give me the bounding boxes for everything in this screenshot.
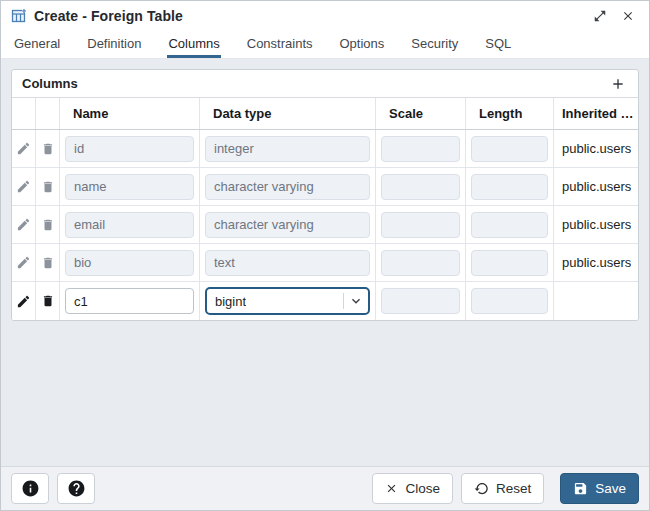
pencil-icon[interactable] [16, 141, 32, 157]
trash-icon [40, 217, 56, 233]
trash-icon [40, 179, 56, 195]
columns-panel-header: Columns [12, 70, 638, 98]
inherited-from-value: public.users [562, 179, 631, 194]
tab-general[interactable]: General [13, 31, 61, 58]
foreign-table-icon [11, 8, 27, 24]
trash-icon[interactable] [40, 293, 56, 309]
data-type-input [205, 136, 370, 162]
dialog-footer: Close Reset Save [1, 466, 649, 510]
dialog-titlebar: Create - Foreign Table [1, 1, 649, 31]
add-column-button[interactable] [608, 74, 628, 94]
length-input [471, 174, 548, 200]
column-name-input[interactable] [65, 288, 194, 314]
pencil-icon[interactable] [16, 255, 32, 271]
header-edit-column [12, 98, 36, 129]
tab-bar: GeneralDefinitionColumnsConstraintsOptio… [1, 31, 649, 59]
data-type-input [205, 250, 370, 276]
columns-panel-title: Columns [22, 76, 78, 91]
close-x-icon [385, 482, 398, 495]
create-foreign-table-dialog: Create - Foreign Table GeneralDefinition… [0, 0, 650, 511]
header-data-type: Data type [200, 98, 376, 129]
tab-sql[interactable]: SQL [484, 31, 512, 58]
header-length: Length [466, 98, 554, 129]
data-type-input [205, 212, 370, 238]
info-button[interactable] [11, 473, 49, 504]
columns-table-header: Name Data type Scale Length Inherited Fr… [12, 98, 638, 130]
column-row: bigint [12, 282, 638, 320]
dialog-content: Columns Name Data type Scale Length Inhe… [1, 59, 649, 466]
column-row: public.users [12, 244, 638, 282]
header-name: Name [60, 98, 200, 129]
scale-input [381, 288, 460, 314]
inherited-from-value: public.users [562, 217, 631, 232]
scale-input [381, 136, 460, 162]
pencil-icon[interactable] [16, 179, 32, 195]
column-name-input [65, 174, 194, 200]
column-name-input [65, 136, 194, 162]
data-type-select[interactable]: bigint [205, 287, 370, 315]
maximize-icon[interactable] [589, 5, 611, 27]
scale-input [381, 250, 460, 276]
header-inherited-from: Inherited From [554, 98, 638, 129]
length-input [471, 212, 548, 238]
tab-options[interactable]: Options [339, 31, 386, 58]
scale-input [381, 212, 460, 238]
trash-icon [40, 141, 56, 157]
length-input [471, 288, 548, 314]
header-scale: Scale [376, 98, 466, 129]
pencil-icon[interactable] [16, 293, 32, 309]
column-name-input [65, 212, 194, 238]
columns-table-body: public.users [12, 130, 638, 320]
chevron-down-icon [344, 293, 368, 309]
length-input [471, 250, 548, 276]
column-row: public.users [12, 168, 638, 206]
dialog-title: Create - Foreign Table [34, 8, 183, 24]
column-row: public.users [12, 130, 638, 168]
data-type-input [205, 174, 370, 200]
columns-panel: Columns Name Data type Scale Length Inhe… [11, 69, 639, 321]
pencil-icon[interactable] [16, 217, 32, 233]
question-icon [67, 479, 86, 498]
save-icon [573, 481, 588, 496]
tab-constraints[interactable]: Constraints [246, 31, 314, 58]
header-delete-column [36, 98, 60, 129]
tab-columns[interactable]: Columns [167, 31, 220, 58]
column-row: public.users [12, 206, 638, 244]
inherited-from-value: public.users [562, 141, 631, 156]
inherited-from-value: public.users [562, 255, 631, 270]
close-icon[interactable] [617, 5, 639, 27]
plus-icon [610, 76, 626, 92]
length-input [471, 136, 548, 162]
trash-icon [40, 255, 56, 271]
save-button[interactable]: Save [560, 473, 639, 504]
reset-icon [474, 481, 489, 496]
scale-input [381, 174, 460, 200]
reset-button[interactable]: Reset [461, 473, 544, 504]
tab-definition[interactable]: Definition [86, 31, 142, 58]
close-button[interactable]: Close [372, 473, 453, 504]
info-icon [21, 479, 40, 498]
help-button[interactable] [57, 473, 95, 504]
column-name-input [65, 250, 194, 276]
tab-security[interactable]: Security [410, 31, 459, 58]
